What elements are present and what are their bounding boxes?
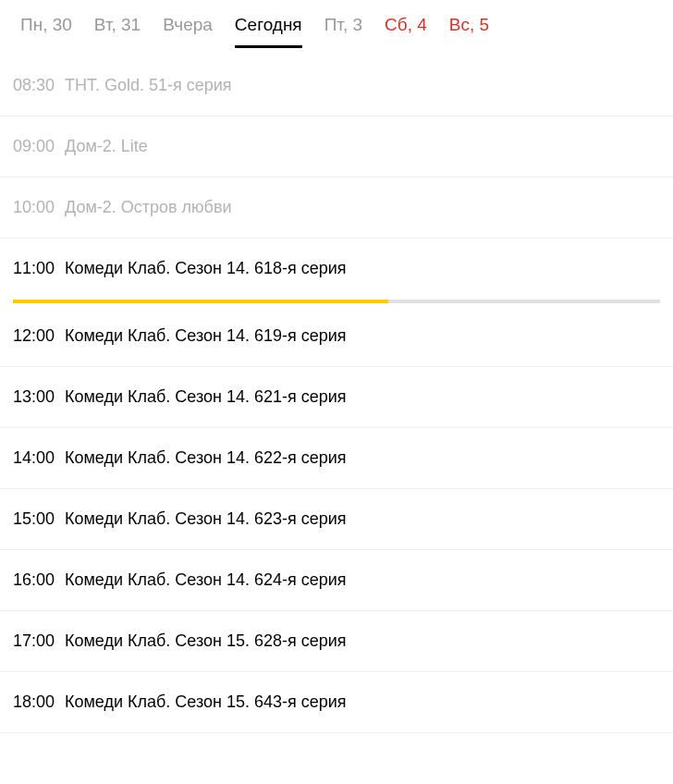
program-row[interactable]: 14:00Комеди Клаб. Сезон 14. 622-я серия xyxy=(0,428,673,489)
program-time: 11:00 xyxy=(13,259,65,278)
progress-bar xyxy=(13,300,388,303)
day-tab-4[interactable]: Пт, 3 xyxy=(313,15,373,48)
day-tab-label: Вс, 5 xyxy=(449,15,489,34)
program-time: 16:00 xyxy=(13,570,65,590)
program-row[interactable]: 08:30ТНТ. Gold. 51-я серия xyxy=(0,55,673,116)
program-row[interactable]: 09:00Дом-2. Lite xyxy=(0,116,673,178)
progress-container xyxy=(13,300,660,303)
program-title: ТНТ. Gold. 51-я серия xyxy=(65,76,232,95)
program-row[interactable]: 10:00Дом-2. Остров любви xyxy=(0,178,673,239)
day-tab-0[interactable]: Пн, 30 xyxy=(9,15,83,48)
program-row[interactable]: 16:00Комеди Клаб. Сезон 14. 624-я серия xyxy=(0,550,673,611)
program-time: 13:00 xyxy=(13,387,65,407)
program-time: 12:00 xyxy=(13,326,65,346)
program-title: Комеди Клаб. Сезон 15. 643-я серия xyxy=(65,692,347,712)
day-tab-3[interactable]: Сегодня xyxy=(224,15,313,48)
day-tab-label: Вчера xyxy=(163,15,213,34)
program-row[interactable]: 17:00Комеди Клаб. Сезон 15. 628-я серия xyxy=(0,611,673,672)
program-title: Комеди Клаб. Сезон 14. 619-я серия xyxy=(65,326,347,346)
day-tab-label: Пн, 30 xyxy=(20,15,72,34)
program-time: 18:00 xyxy=(13,692,65,712)
program-title: Дом-2. Остров любви xyxy=(65,198,232,217)
schedule-list: 08:30ТНТ. Gold. 51-я серия09:00Дом-2. Li… xyxy=(0,55,673,733)
program-row[interactable]: 15:00Комеди Клаб. Сезон 14. 623-я серия xyxy=(0,489,673,550)
day-tabs: Пн, 30Вт, 31ВчераСегодняПт, 3Сб, 4Вс, 5 xyxy=(0,0,673,48)
program-row[interactable]: 13:00Комеди Клаб. Сезон 14. 621-я серия xyxy=(0,367,673,428)
program-time: 09:00 xyxy=(13,137,65,156)
program-title: Комеди Клаб. Сезон 15. 628-я серия xyxy=(65,631,347,651)
program-row[interactable]: 11:00Комеди Клаб. Сезон 14. 618-я серия xyxy=(0,239,673,302)
day-tab-2[interactable]: Вчера xyxy=(152,15,224,48)
program-title: Комеди Клаб. Сезон 14. 623-я серия xyxy=(65,509,347,529)
program-title: Комеди Клаб. Сезон 14. 622-я серия xyxy=(65,448,347,468)
program-time: 15:00 xyxy=(13,509,65,529)
program-title: Комеди Клаб. Сезон 14. 624-я серия xyxy=(65,570,347,590)
day-tab-5[interactable]: Сб, 4 xyxy=(373,15,438,48)
program-title: Комеди Клаб. Сезон 14. 621-я серия xyxy=(65,387,347,407)
program-time: 17:00 xyxy=(13,631,65,651)
day-tab-1[interactable]: Вт, 31 xyxy=(83,15,152,48)
day-tab-6[interactable]: Вс, 5 xyxy=(438,15,500,48)
program-time: 10:00 xyxy=(13,198,65,217)
day-tab-label: Сб, 4 xyxy=(385,15,427,34)
program-title: Комеди Клаб. Сезон 14. 618-я серия xyxy=(65,259,347,278)
program-row[interactable]: 18:00Комеди Клаб. Сезон 15. 643-я серия xyxy=(0,672,673,733)
day-tab-label: Сегодня xyxy=(235,15,302,34)
day-tab-label: Пт, 3 xyxy=(324,15,362,34)
program-time: 14:00 xyxy=(13,448,65,468)
day-tab-label: Вт, 31 xyxy=(94,15,141,34)
program-title: Дом-2. Lite xyxy=(65,137,148,156)
program-time: 08:30 xyxy=(13,76,65,95)
program-row[interactable]: 12:00Комеди Клаб. Сезон 14. 619-я серия xyxy=(0,306,673,367)
